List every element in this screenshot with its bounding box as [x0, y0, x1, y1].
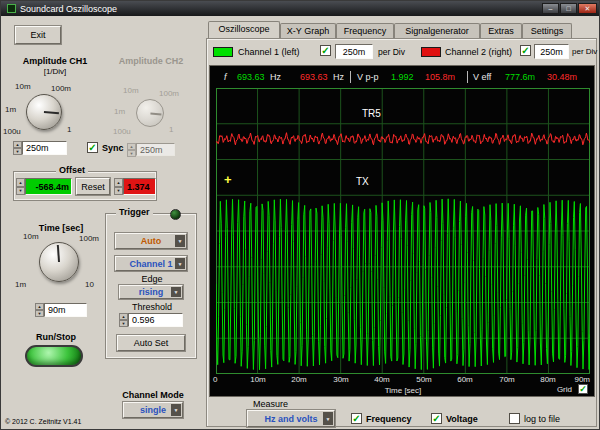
trigger-group: Trigger Auto Channel 1 Edge rising Thres…: [105, 213, 197, 359]
channel2-enable-checkbox[interactable]: [520, 45, 531, 56]
amplitude-ch2-knob[interactable]: [136, 99, 164, 127]
amplitude-ch2-title: Amplitude CH2: [103, 56, 199, 66]
spin-up-icon[interactable]: [119, 313, 128, 320]
amplitude-unit-label: [1/Div]: [5, 67, 105, 76]
run-stop-button[interactable]: [25, 345, 83, 367]
trigger-mode-select[interactable]: Auto: [115, 233, 187, 249]
channel2-per-div-label: per Div: [572, 47, 597, 56]
time-knob[interactable]: [39, 242, 79, 282]
close-button[interactable]: ✕: [578, 3, 597, 14]
edge-value: rising: [139, 287, 164, 297]
ch2-tick-100u: 100u: [113, 127, 131, 136]
spinner-arrows[interactable]: [13, 141, 22, 155]
time-tick-100m: 100m: [79, 234, 99, 243]
readout-divider: [350, 71, 351, 83]
log-to-file-checkbox[interactable]: [509, 413, 520, 424]
ch2-tick-10m: 10m: [123, 86, 139, 95]
tab-frequency[interactable]: Frequency: [336, 23, 394, 38]
freq-ch2-unit: Hz: [333, 72, 344, 82]
spinner-arrows[interactable]: [35, 303, 44, 317]
spinner-arrows[interactable]: [16, 178, 25, 195]
measure-mode-select[interactable]: Hz and volts: [247, 410, 335, 427]
spinner-arrows[interactable]: [114, 178, 123, 195]
tab-xy-graph[interactable]: X-Y Graph: [280, 23, 336, 38]
ch1-tick-1m: 1m: [5, 105, 16, 114]
time-value: 90m: [35, 303, 87, 317]
vpp-ch2-value: 105.8m: [425, 72, 455, 82]
spin-up-icon[interactable]: [127, 143, 136, 150]
channel1-color-swatch: [213, 47, 233, 57]
x-tick: 60m: [453, 375, 477, 384]
grid-checkbox[interactable]: [578, 384, 588, 394]
vpp-label: V p-p: [357, 72, 379, 82]
tab-oszilloscope[interactable]: Oszilloscope: [208, 21, 280, 38]
spin-up-icon[interactable]: [13, 141, 22, 148]
oscilloscope-display: f 693.63 Hz 693.63 Hz V p-p 1.992 105.8m…: [209, 65, 595, 397]
x-tick: 10m: [246, 375, 270, 384]
trigger-mode-value: Auto: [141, 236, 162, 246]
minimize-button[interactable]: –: [542, 3, 559, 14]
spin-down-icon[interactable]: [119, 320, 128, 327]
measure-title: Measure: [253, 399, 288, 409]
offset-ch1-value[interactable]: -568.4m: [25, 178, 72, 195]
ch2-tick-1: 1: [169, 125, 173, 134]
edge-select[interactable]: rising: [119, 285, 183, 299]
offset-group: Offset -568.4m Reset 1.374: [13, 171, 157, 201]
x-tick: 90m: [570, 375, 590, 384]
spinner-arrows[interactable]: [127, 143, 136, 156]
chevron-down-icon: [323, 412, 333, 425]
offset-ch2: 1.374: [114, 178, 156, 195]
voltage-checkbox[interactable]: [431, 413, 442, 424]
spinner-arrows[interactable]: [119, 313, 128, 327]
spin-down-icon[interactable]: [35, 310, 44, 317]
cursor-crosshair-icon[interactable]: [224, 175, 232, 185]
tab-signalgenerator[interactable]: Signalgenerator: [394, 23, 480, 38]
amplitude-ch2-input[interactable]: 250m: [136, 143, 175, 156]
offset-title: Offset: [56, 165, 88, 175]
spin-down-icon[interactable]: [127, 150, 136, 157]
offset-ch1: -568.4m: [16, 178, 72, 195]
time-input[interactable]: 90m: [44, 303, 87, 317]
spin-up-icon[interactable]: [16, 178, 25, 187]
channel1-enable-checkbox[interactable]: [320, 45, 331, 56]
channel-mode-value: single: [140, 405, 166, 415]
sync-checkbox[interactable]: [87, 142, 98, 153]
x-tick: 50m: [412, 375, 436, 384]
measure-mode-value: Hz and volts: [264, 414, 317, 424]
trigger-title: Trigger: [116, 207, 153, 217]
chevron-down-icon: [171, 404, 181, 416]
x-tick: 0: [213, 375, 227, 384]
tab-settings[interactable]: Settings: [522, 23, 572, 38]
amplitude-ch1-knob[interactable]: [26, 94, 62, 130]
freq-ch1-unit: Hz: [270, 72, 281, 82]
veff-label: V eff: [473, 72, 491, 82]
auto-set-button[interactable]: Auto Set: [117, 335, 185, 351]
maximize-button[interactable]: □: [560, 3, 577, 14]
exit-button[interactable]: Exit: [15, 26, 61, 44]
spin-up-icon[interactable]: [35, 303, 44, 310]
trigger-channel-select[interactable]: Channel 1: [115, 256, 187, 271]
tab-extras[interactable]: Extras: [480, 23, 522, 38]
channel1-per-div-value[interactable]: 250m: [335, 44, 373, 59]
spin-down-icon[interactable]: [114, 187, 123, 196]
reset-button[interactable]: Reset: [76, 178, 110, 195]
ch1-tick-100m: 100m: [51, 84, 71, 93]
amplitude-ch1-input[interactable]: 250m: [22, 141, 67, 155]
edge-label: Edge: [106, 274, 198, 284]
channel-mode-select[interactable]: single: [123, 402, 183, 418]
freq-ch1-value: 693.63: [237, 72, 265, 82]
runstop-label: Run/Stop: [21, 332, 91, 342]
chevron-down-icon: [171, 287, 181, 297]
spin-down-icon[interactable]: [13, 148, 22, 155]
knob-pointer: [57, 245, 60, 262]
frequency-checkbox[interactable]: [351, 413, 362, 424]
grid-toggle-label: Grid: [546, 385, 572, 394]
voltage-label: Voltage: [446, 414, 478, 424]
spin-up-icon[interactable]: [114, 178, 123, 187]
channel2-per-div-value[interactable]: 250m: [534, 44, 569, 59]
x-tick: 80m: [536, 375, 560, 384]
offset-ch2-value[interactable]: 1.374: [123, 178, 156, 195]
spin-down-icon[interactable]: [16, 187, 25, 196]
knob-pointer: [150, 112, 162, 115]
threshold-input[interactable]: 0.596: [128, 313, 183, 327]
